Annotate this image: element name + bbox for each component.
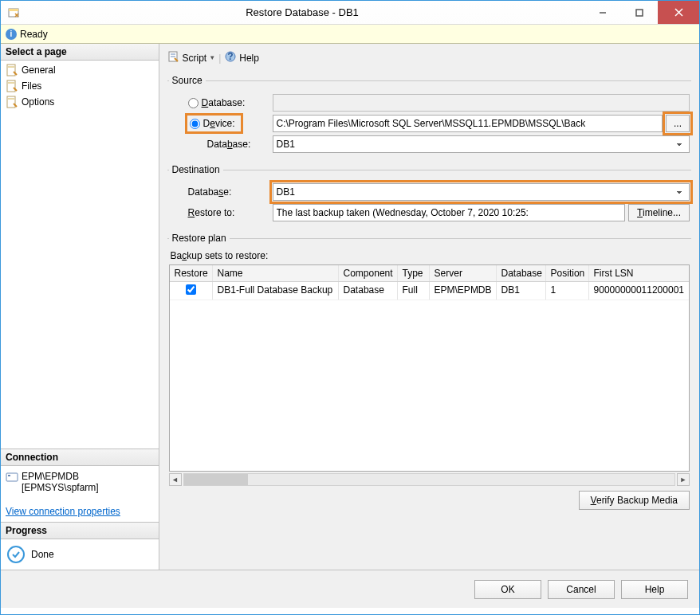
source-group: Source Database: Device: ... Database: D… xyxy=(167,75,691,158)
svg-rect-7 xyxy=(8,66,14,68)
svg-rect-11 xyxy=(8,98,14,100)
maximize-button[interactable] xyxy=(621,1,658,24)
source-sub-database-combo[interactable]: DB1 xyxy=(273,135,690,153)
col-component[interactable]: Component xyxy=(339,265,398,281)
window-titlebar: Restore Database - DB1 xyxy=(1,1,699,25)
page-icon xyxy=(6,96,18,108)
app-icon xyxy=(7,6,20,19)
cell-first-lsn: 90000000011200001 xyxy=(589,282,689,300)
cell-server: EPM\EPMDB xyxy=(430,282,497,300)
connection-panel: EPM\EPMDB [EPMSYS\spfarm] View connectio… xyxy=(1,466,159,522)
grid-header: Restore Name Component Type Server Datab… xyxy=(170,265,689,282)
browse-device-button[interactable]: ... xyxy=(666,115,690,132)
grid-hscrollbar[interactable]: ◄ ► xyxy=(169,473,690,486)
progress-header: Progress xyxy=(1,522,159,539)
minimize-button[interactable] xyxy=(584,1,621,24)
page-icon xyxy=(6,64,18,76)
svg-rect-1 xyxy=(9,9,18,11)
content-toolbar: Script ▼ | ? Help xyxy=(167,49,691,70)
page-icon xyxy=(6,80,18,92)
scroll-thumb[interactable] xyxy=(184,474,248,485)
svg-rect-9 xyxy=(8,82,14,84)
verify-backup-media-button[interactable]: Verify Backup Media xyxy=(579,491,690,510)
source-device-radio-label: Device: xyxy=(203,118,235,129)
col-database[interactable]: Database xyxy=(497,265,546,281)
scroll-track[interactable] xyxy=(183,473,675,486)
backup-sets-grid[interactable]: Restore Name Component Type Server Datab… xyxy=(169,264,690,472)
table-row[interactable]: DB1-Full Database Backup Database Full E… xyxy=(170,282,689,300)
ok-button[interactable]: OK xyxy=(474,580,541,599)
restore-to-value xyxy=(273,204,626,221)
script-button[interactable]: Script ▼ xyxy=(167,50,216,65)
restore-to-label: Restore to: xyxy=(188,207,235,218)
col-type[interactable]: Type xyxy=(398,265,430,281)
source-device-path[interactable] xyxy=(273,115,663,132)
col-first-lsn[interactable]: First LSN xyxy=(589,265,689,281)
scroll-right-icon[interactable]: ► xyxy=(677,473,690,486)
info-icon: i xyxy=(6,29,17,40)
select-page-header: Select a page xyxy=(1,44,159,61)
help-button[interactable]: ? Help xyxy=(224,50,259,65)
col-restore[interactable]: Restore xyxy=(170,265,213,281)
destination-database-label: Database: xyxy=(188,186,232,198)
help-icon: ? xyxy=(224,50,237,65)
help-label: Help xyxy=(239,53,259,64)
source-legend: Source xyxy=(169,75,206,86)
source-database-radio-label: Database: xyxy=(202,97,246,108)
timeline-button[interactable]: Timeline... xyxy=(628,204,690,221)
svg-rect-13 xyxy=(8,475,10,476)
script-label: Script xyxy=(183,53,207,64)
restore-plan-legend: Restore plan xyxy=(169,233,230,244)
sidebar-item-label: General xyxy=(22,65,56,76)
sidebar-item-options[interactable]: Options xyxy=(1,94,159,110)
progress-status: Done xyxy=(31,549,54,560)
cell-component: Database xyxy=(339,282,398,300)
row-restore-checkbox[interactable] xyxy=(186,284,196,295)
progress-panel: Done xyxy=(1,539,159,570)
close-button[interactable] xyxy=(658,1,699,24)
source-database-radio[interactable] xyxy=(188,98,199,108)
sidebar: Select a page General Files Options Conn… xyxy=(1,44,159,570)
sidebar-item-label: Options xyxy=(22,96,54,108)
col-position[interactable]: Position xyxy=(546,265,589,281)
script-icon xyxy=(167,50,180,65)
window-title: Restore Database - DB1 xyxy=(20,6,584,18)
cell-database: DB1 xyxy=(497,282,546,300)
view-connection-properties-link[interactable]: View connection properties xyxy=(6,506,120,517)
svg-text:?: ? xyxy=(228,51,234,62)
ready-label: Ready xyxy=(20,29,48,40)
status-strip: i Ready xyxy=(1,25,699,44)
dialog-footer: OK Cancel Help xyxy=(1,570,699,608)
col-server[interactable]: Server xyxy=(430,265,497,281)
sidebar-item-files[interactable]: Files xyxy=(1,78,159,94)
content-area: Script ▼ | ? Help Source Database: Devic… xyxy=(159,44,699,570)
source-sub-database-label: Database: xyxy=(207,139,251,150)
scroll-left-icon[interactable]: ◄ xyxy=(169,473,182,486)
connection-server: EPM\EPMDB xyxy=(22,471,99,482)
cell-type: Full xyxy=(398,282,430,300)
help-button[interactable]: Help xyxy=(621,580,688,599)
page-list: General Files Options xyxy=(1,61,159,112)
source-database-combo xyxy=(273,94,690,112)
done-check-icon xyxy=(7,546,25,563)
connection-user: [EPMSYS\spfarm] xyxy=(22,482,99,493)
destination-database-combo[interactable]: DB1 xyxy=(273,183,690,201)
sidebar-item-label: Files xyxy=(22,80,41,92)
connection-header: Connection xyxy=(1,449,159,466)
source-device-radio[interactable] xyxy=(190,119,200,129)
svg-rect-3 xyxy=(636,10,643,16)
col-name[interactable]: Name xyxy=(213,265,339,281)
server-icon xyxy=(6,471,18,486)
cell-name: DB1-Full Database Backup xyxy=(213,282,339,300)
destination-group: Destination Database: DB1 Restore to: Ti… xyxy=(167,164,691,226)
backup-sets-label: Backup sets to restore: xyxy=(171,250,690,261)
chevron-down-icon: ▼ xyxy=(209,54,215,61)
svg-rect-12 xyxy=(6,473,18,481)
restore-plan-group: Restore plan Backup sets to restore: Res… xyxy=(167,233,691,563)
cell-position: 1 xyxy=(546,282,589,300)
destination-legend: Destination xyxy=(169,164,223,175)
cancel-button[interactable]: Cancel xyxy=(548,580,615,599)
sidebar-item-general[interactable]: General xyxy=(1,62,159,78)
